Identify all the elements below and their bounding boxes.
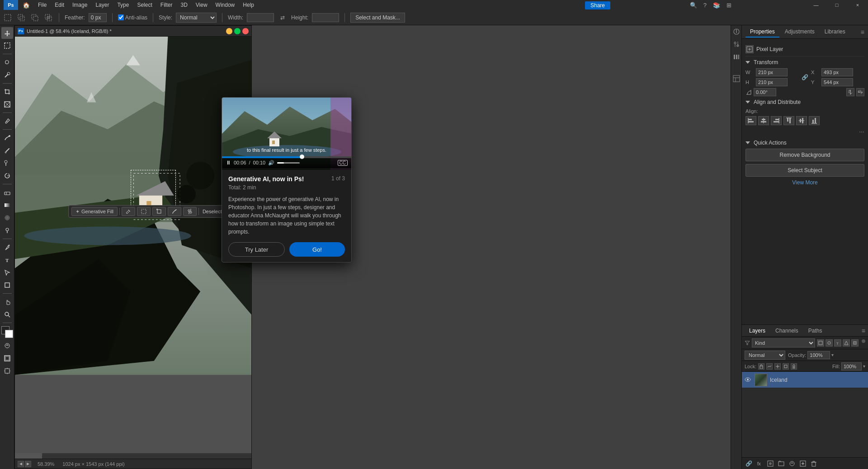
tab-adjustments[interactable]: Adjustments — [780, 27, 819, 38]
doc-minimize-btn[interactable] — [226, 28, 232, 34]
doc-close-btn[interactable] — [242, 28, 249, 34]
new-selection-icon[interactable] — [3, 13, 13, 23]
eyedropper-tool[interactable] — [1, 115, 13, 127]
artboard-tool[interactable] — [1, 365, 13, 377]
maximize-button[interactable]: □ — [826, 0, 847, 10]
lock-artboard-icon[interactable] — [783, 363, 789, 370]
blur-tool[interactable] — [1, 212, 13, 224]
layers-blend-mode-select[interactable]: Normal Multiply Screen Overlay — [745, 351, 785, 360]
feather-input[interactable] — [89, 13, 107, 22]
lock-all-icon[interactable] — [791, 363, 797, 370]
menu-edit[interactable]: Edit — [51, 1, 68, 9]
menu-file[interactable]: File — [34, 1, 50, 9]
align-center-h-btn[interactable] — [758, 116, 769, 125]
menu-image[interactable]: Image — [69, 1, 91, 9]
menu-home[interactable]: 🏠 — [19, 1, 33, 9]
opacity-arrow[interactable]: ▾ — [831, 352, 834, 357]
new-layer-icon[interactable] — [799, 460, 807, 468]
panel-menu-icon[interactable]: ≡ — [861, 28, 864, 36]
align-bottom-btn[interactable] — [809, 116, 820, 125]
create-group-icon[interactable] — [777, 460, 785, 468]
background-color[interactable] — [5, 330, 13, 338]
edit-in-frame[interactable] — [1, 352, 13, 364]
align-collapse-arrow[interactable] — [745, 101, 750, 103]
filter-pixel-icon[interactable] — [817, 339, 824, 347]
generative-fill-button[interactable]: ✦ Generative Fill — [71, 207, 118, 216]
transform-collapse-arrow[interactable] — [745, 61, 750, 64]
paint-icon[interactable] — [168, 207, 181, 216]
select-and-mask-button[interactable]: Select and Mask... — [350, 13, 405, 23]
width-input[interactable] — [247, 13, 274, 22]
lock-position-icon[interactable] — [774, 363, 781, 370]
menu-window[interactable]: Window — [212, 1, 239, 9]
eraser-tool[interactable] — [1, 187, 13, 198]
crop-tool[interactable] — [1, 86, 13, 98]
hand-tool[interactable] — [1, 296, 13, 308]
gradient-tool[interactable] — [1, 199, 13, 211]
align-top-btn[interactable] — [783, 116, 794, 125]
share-button[interactable]: Share — [585, 1, 610, 9]
select-rect-tool[interactable] — [1, 40, 13, 52]
filter-shape-icon[interactable] — [843, 339, 850, 347]
flip-v-icon[interactable] — [856, 88, 864, 96]
spot-heal-tool[interactable] — [1, 132, 13, 144]
opacity-input[interactable] — [807, 351, 830, 359]
menu-filter[interactable]: Filter — [157, 1, 176, 9]
add-fx-icon[interactable]: fx — [755, 460, 764, 468]
remove-background-button[interactable]: Remove Background — [745, 149, 864, 161]
intersect-selection-icon[interactable] — [43, 13, 53, 23]
libraries-icon[interactable] — [732, 52, 741, 61]
tab-paths[interactable]: Paths — [804, 326, 827, 335]
canvas-icon[interactable] — [152, 207, 166, 216]
style-select[interactable]: Normal Fixed Ratio Fixed Size — [176, 13, 217, 23]
layer-item-iceland[interactable]: Iceland — [742, 372, 868, 388]
lasso-tool[interactable] — [1, 56, 13, 68]
menu-layer[interactable]: Layer — [92, 1, 113, 9]
y-transform-input[interactable] — [821, 78, 853, 86]
menu-view[interactable]: View — [192, 1, 211, 9]
delete-layer-icon[interactable] — [810, 460, 818, 468]
try-later-button[interactable]: Try Later — [228, 242, 285, 257]
align-center-v-btn[interactable] — [796, 116, 807, 125]
zoom-tool[interactable] — [1, 309, 13, 320]
layers-panel-menu[interactable]: ≡ — [862, 327, 865, 334]
shape-tool[interactable] — [1, 279, 13, 291]
x-transform-input[interactable] — [821, 68, 853, 76]
close-button[interactable]: × — [847, 0, 868, 10]
minimize-button[interactable]: — — [806, 0, 826, 10]
volume-icon[interactable]: 🔊 — [268, 160, 274, 166]
flip-h-icon[interactable] — [846, 88, 854, 96]
tab-properties[interactable]: Properties — [745, 27, 779, 38]
history-brush-tool[interactable] — [1, 170, 13, 182]
subtract-selection-icon[interactable] — [30, 13, 40, 23]
frame-tool[interactable] — [1, 98, 13, 110]
color-swatch[interactable] — [1, 326, 13, 338]
expand-icon[interactable]: ⊞ — [725, 1, 733, 9]
move-tool[interactable] — [1, 27, 13, 39]
menu-select[interactable]: Select — [133, 1, 156, 9]
fill-input[interactable] — [841, 362, 862, 371]
layer-link-icon[interactable]: 🔗 — [745, 460, 753, 468]
more-options-icon[interactable]: ··· — [745, 127, 864, 136]
adjustments-icon[interactable] — [732, 40, 741, 49]
learn-icon[interactable]: 📚 — [711, 1, 722, 9]
lock-image-icon[interactable] — [766, 363, 773, 370]
lock-transparent-icon[interactable] — [758, 363, 764, 370]
filter-type-icon[interactable]: T — [834, 339, 841, 347]
view-more-link[interactable]: View More — [745, 179, 864, 186]
layers-kind-select[interactable]: Kind — [752, 338, 815, 347]
type-tool[interactable]: T — [1, 254, 13, 266]
tab-libraries[interactable]: Libraries — [820, 27, 850, 38]
dodge-tool[interactable] — [1, 225, 13, 236]
swap-wh-icon[interactable]: ⇄ — [278, 13, 288, 23]
edit-mode-icon[interactable] — [122, 207, 135, 216]
link-proportions-icon[interactable]: 🔗 — [802, 74, 808, 80]
width-transform-input[interactable] — [756, 68, 788, 76]
pen-tool[interactable] — [1, 241, 13, 253]
filter-adj-icon[interactable] — [826, 339, 833, 347]
clone-stamp-tool[interactable] — [1, 157, 13, 169]
filter-ctx-icon[interactable] — [183, 207, 197, 216]
content-icon[interactable] — [732, 74, 741, 83]
search-icon[interactable]: 🔍 — [688, 1, 699, 9]
menu-type[interactable]: Type — [113, 1, 132, 9]
